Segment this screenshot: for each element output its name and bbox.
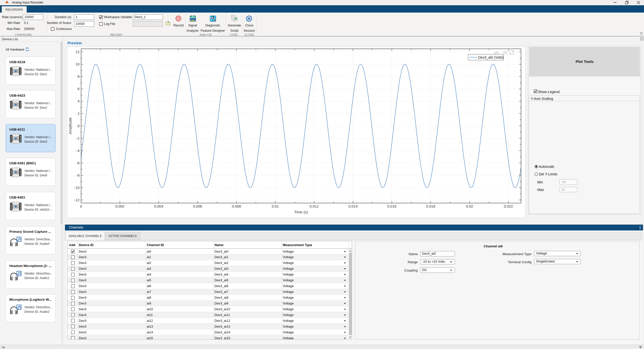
svg-text:0.008: 0.008 bbox=[232, 204, 241, 208]
svg-text:-2: -2 bbox=[76, 136, 80, 140]
svg-text:0.016: 0.016 bbox=[387, 204, 396, 208]
svg-text:10: 10 bbox=[76, 62, 80, 66]
svg-text:8: 8 bbox=[78, 74, 80, 79]
svg-text:4: 4 bbox=[78, 99, 80, 103]
svg-text:0.02: 0.02 bbox=[466, 204, 473, 208]
svg-text:-6: -6 bbox=[76, 161, 80, 165]
svg-text:12: 12 bbox=[76, 50, 80, 54]
svg-text:Time (s): Time (s) bbox=[294, 210, 308, 214]
svg-text:0.014: 0.014 bbox=[348, 204, 357, 208]
svg-text:0.012: 0.012 bbox=[310, 204, 319, 208]
svg-text:0.006: 0.006 bbox=[193, 204, 202, 208]
svg-text:-8: -8 bbox=[76, 173, 80, 177]
svg-text:Amplitude: Amplitude bbox=[68, 118, 72, 134]
svg-text:6: 6 bbox=[78, 87, 80, 91]
svg-text:0.022: 0.022 bbox=[504, 204, 513, 208]
svg-text:0.018: 0.018 bbox=[426, 204, 435, 208]
svg-text:0: 0 bbox=[78, 124, 80, 128]
svg-text:0.004: 0.004 bbox=[154, 204, 163, 208]
svg-text:-10: -10 bbox=[74, 186, 80, 190]
svg-text:2: 2 bbox=[78, 112, 80, 116]
svg-text:0: 0 bbox=[80, 204, 82, 208]
svg-text:0.01: 0.01 bbox=[272, 204, 279, 208]
svg-text:-12: -12 bbox=[74, 198, 80, 202]
svg-text:0.002: 0.002 bbox=[115, 204, 124, 208]
svg-text:-4: -4 bbox=[76, 149, 80, 153]
svg-text:Dev3_ai0 (Volts): Dev3_ai0 (Volts) bbox=[478, 55, 504, 59]
